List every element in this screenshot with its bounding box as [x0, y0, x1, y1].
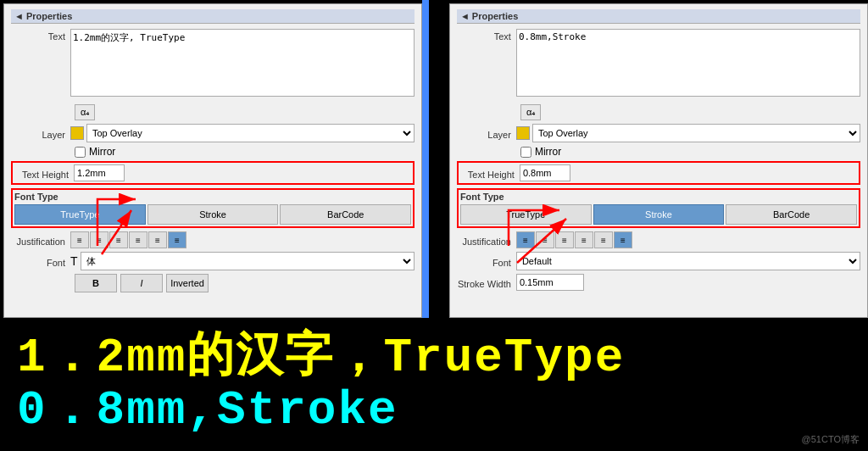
left-layer-label: Layer — [11, 127, 70, 140]
right-stroke-width-row: Stroke Width — [457, 274, 860, 291]
left-mirror-checkbox[interactable] — [75, 147, 86, 158]
left-formula-button[interactable]: α₄ — [75, 104, 95, 120]
left-layer-icon — [70, 126, 84, 140]
left-text-height-input[interactable] — [74, 164, 125, 181]
right-layer-row: Layer Top Overlay — [457, 124, 860, 142]
right-just-btn-1[interactable]: ≡ — [516, 231, 535, 248]
watermark: @51CTO博客 — [802, 433, 860, 446]
left-text-row: Text 1.2mm的汉字, TrueType — [11, 29, 415, 99]
left-font-icon: T — [70, 254, 78, 268]
left-layer-row: Layer Top Overlay — [11, 124, 415, 142]
right-stroke-button[interactable]: Stroke — [593, 204, 725, 225]
left-font-type-section: Font Type TrueType Stroke BarCode — [11, 188, 415, 228]
right-formula-button[interactable]: α₄ — [520, 104, 541, 120]
left-truetype-button[interactable]: TrueType — [14, 204, 146, 225]
bottom-text-section: 1．2mm的汉字，TrueType 0．8mm,Stroke @51CTO博客 — [0, 318, 868, 451]
right-layer-icon — [516, 126, 530, 140]
left-mirror-row: Mirror — [75, 146, 415, 158]
left-just-btn-1[interactable]: ≡ — [70, 231, 89, 248]
right-font-select[interactable]: Default — [516, 252, 860, 270]
right-font-label: Font — [457, 255, 516, 268]
left-layer-select[interactable]: Top Overlay — [86, 124, 415, 142]
blue-separator-bar — [422, 0, 429, 318]
left-barcode-button[interactable]: BarCode — [280, 204, 411, 225]
right-just-btn-5[interactable]: ≡ — [594, 231, 613, 248]
left-font-label: Font — [11, 255, 70, 268]
right-layer-label: Layer — [457, 127, 516, 140]
right-truetype-button[interactable]: TrueType — [460, 204, 592, 225]
right-mirror-checkbox[interactable] — [520, 147, 531, 158]
bottom-line2: 0．8mm,Stroke — [17, 385, 868, 437]
bottom-line1: 1．2mm的汉字，TrueType — [17, 332, 868, 385]
right-just-btn-4[interactable]: ≡ — [575, 231, 593, 248]
left-panel-title: ◄ Properties — [11, 9, 415, 24]
left-just-btn-6[interactable]: ≡ — [168, 231, 186, 248]
left-font-type-label: Font Type — [14, 192, 411, 202]
left-bold-button[interactable]: B — [75, 274, 117, 292]
left-text-height-label: Text Height — [14, 167, 74, 180]
right-text-row: Text 0.8mm,Stroke — [457, 29, 860, 99]
left-text-input[interactable]: 1.2mm的汉字, TrueType — [70, 29, 415, 97]
right-layer-select[interactable]: Top Overlay — [532, 124, 860, 142]
left-style-row: B I Inverted — [75, 274, 415, 292]
right-just-buttons: ≡ ≡ ≡ ≡ ≡ ≡ — [516, 231, 632, 248]
left-mirror-label: Mirror — [89, 146, 115, 158]
right-panel-title: ◄ Properties — [457, 9, 860, 24]
left-just-btn-5[interactable]: ≡ — [148, 231, 167, 248]
left-text-area-container: 1.2mm的汉字, TrueType — [70, 29, 415, 99]
right-text-label: Text — [457, 29, 516, 42]
right-justification-label: Justification — [457, 234, 516, 247]
right-font-type-section: Font Type TrueType Stroke BarCode — [457, 188, 860, 228]
right-stroke-width-label: Stroke Width — [457, 276, 516, 289]
right-just-btn-3[interactable]: ≡ — [555, 231, 574, 248]
right-properties-panel: ◄ Properties Text 0.8mm,Stroke α₄ Layer … — [449, 3, 868, 318]
right-mirror-label: Mirror — [535, 146, 561, 158]
right-text-height-input[interactable] — [520, 164, 570, 181]
right-font-type-buttons: TrueType Stroke BarCode — [460, 204, 857, 225]
panel-separator — [422, 0, 436, 318]
right-text-area-container: 0.8mm,Stroke — [516, 29, 860, 99]
left-properties-panel: ◄ Properties Text 1.2mm的汉字, TrueType α₄ … — [3, 3, 422, 318]
left-font-type-buttons: TrueType Stroke BarCode — [14, 204, 411, 225]
left-inverted-button[interactable]: Inverted — [166, 274, 209, 292]
right-stroke-width-input[interactable] — [516, 274, 584, 291]
left-just-btn-4[interactable]: ≡ — [129, 231, 147, 248]
right-font-row: Font Default — [457, 252, 860, 270]
left-justification-row: Justification ≡ ≡ ≡ ≡ ≡ ≡ — [11, 231, 415, 248]
left-just-buttons: ≡ ≡ ≡ ≡ ≡ ≡ — [70, 231, 186, 248]
right-mirror-row: Mirror — [520, 146, 860, 158]
left-just-btn-3[interactable]: ≡ — [109, 231, 128, 248]
left-text-height-row: Text Height — [11, 161, 415, 185]
left-font-row: Font T 体 — [11, 252, 415, 270]
right-text-input[interactable]: 0.8mm,Stroke — [516, 29, 860, 97]
left-font-select[interactable]: 体 — [81, 252, 415, 270]
right-text-height-label: Text Height — [460, 167, 520, 180]
right-justification-row: Justification ≡ ≡ ≡ ≡ ≡ ≡ — [457, 231, 860, 248]
left-italic-button[interactable]: I — [120, 274, 163, 292]
left-just-btn-2[interactable]: ≡ — [90, 231, 108, 248]
right-just-btn-2[interactable]: ≡ — [536, 231, 554, 248]
right-font-type-label: Font Type — [460, 192, 857, 202]
right-just-btn-6[interactable]: ≡ — [614, 231, 632, 248]
right-barcode-button[interactable]: BarCode — [726, 204, 857, 225]
left-justification-label: Justification — [11, 234, 70, 247]
left-text-label: Text — [11, 29, 70, 42]
right-text-height-row: Text Height — [457, 161, 860, 185]
left-stroke-button[interactable]: Stroke — [147, 204, 279, 225]
